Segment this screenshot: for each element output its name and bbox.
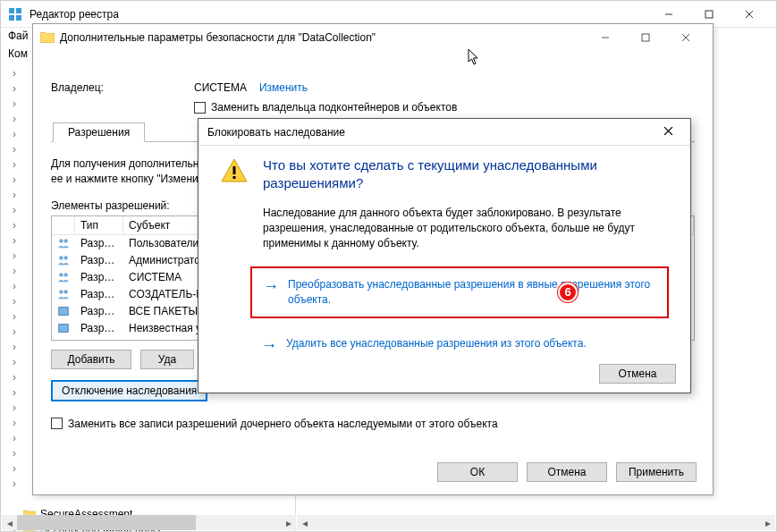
tab-permissions[interactable]: Разрешения xyxy=(53,122,145,142)
arrow-right-icon: → xyxy=(261,336,277,353)
users-icon xyxy=(52,287,75,301)
replace-child-label: Заменить все записи разрешений дочернего… xyxy=(68,418,498,430)
close-button[interactable] xyxy=(665,24,705,51)
svg-rect-5 xyxy=(705,11,713,18)
scroll-right-button[interactable]: ▸ xyxy=(281,515,296,530)
package-icon xyxy=(52,304,75,318)
ok-button[interactable]: ОК xyxy=(437,462,518,482)
owner-value: СИСТЕМА xyxy=(194,81,247,94)
dialog-titlebar: Блокировать наследование xyxy=(198,119,690,146)
change-owner-link[interactable]: Изменить xyxy=(259,81,308,94)
option-label: Преобразовать унаследованные разрешения … xyxy=(288,277,656,308)
close-button[interactable] xyxy=(655,126,681,139)
convert-inherited-option[interactable]: → Преобразовать унаследованные разрешени… xyxy=(250,266,669,319)
svg-rect-21 xyxy=(59,325,69,333)
svg-rect-9 xyxy=(642,34,649,41)
values-scrollbar-h[interactable]: ◂ ▸ xyxy=(297,515,775,530)
registry-title: Редактор реестра xyxy=(30,8,648,21)
disable-inheritance-button[interactable]: Отключение наследования xyxy=(51,380,207,401)
scroll-left-button[interactable]: ◂ xyxy=(297,515,312,530)
tree-scrollbar-h[interactable]: ◂ ▸ xyxy=(2,515,296,530)
replace-owner-checkbox[interactable] xyxy=(194,102,206,114)
regedit-icon xyxy=(8,7,22,21)
svg-rect-24 xyxy=(233,166,236,174)
col-type[interactable]: Тип xyxy=(75,216,123,234)
close-button[interactable] xyxy=(729,1,769,28)
remove-button[interactable]: Уда xyxy=(140,350,194,369)
replace-child-checkbox[interactable] xyxy=(51,418,63,429)
svg-point-17 xyxy=(63,273,67,276)
svg-point-18 xyxy=(59,290,63,293)
svg-point-12 xyxy=(59,239,63,242)
minimize-button[interactable] xyxy=(585,24,625,51)
annotation-callout: 6 xyxy=(558,283,578,302)
svg-rect-3 xyxy=(16,15,21,21)
cancel-button[interactable]: Отмена xyxy=(527,462,607,482)
replace-owner-label: Заменить владельца подконтейнеров и объе… xyxy=(211,101,457,114)
users-icon xyxy=(52,253,75,267)
add-button[interactable]: Добавить xyxy=(51,350,131,369)
maximize-button[interactable] xyxy=(625,24,665,51)
svg-point-15 xyxy=(63,256,67,259)
users-icon xyxy=(52,236,75,250)
scroll-thumb[interactable] xyxy=(17,515,196,530)
svg-point-14 xyxy=(59,256,63,259)
dialog-explanation: Наследование для данного объекта будет з… xyxy=(263,206,669,252)
svg-rect-25 xyxy=(233,176,236,179)
option-label: Удалить все унаследованные разрешения из… xyxy=(286,336,587,351)
folder-icon xyxy=(40,30,55,45)
svg-rect-20 xyxy=(59,308,69,316)
dialog-question: Что вы хотите сделать с текущими унаслед… xyxy=(263,156,669,193)
svg-point-13 xyxy=(63,239,67,242)
adv-title: Дополнительные параметры безопасности дл… xyxy=(60,31,585,44)
scroll-left-button[interactable]: ◂ xyxy=(2,515,17,530)
cancel-button[interactable]: Отмена xyxy=(599,364,676,384)
owner-label: Владелец: xyxy=(51,81,194,94)
svg-rect-2 xyxy=(9,15,14,21)
adv-titlebar: Дополнительные параметры безопасности дл… xyxy=(33,24,713,51)
block-inheritance-dialog: Блокировать наследование Что вы хотите с… xyxy=(198,118,691,393)
svg-point-19 xyxy=(63,290,67,293)
apply-button[interactable]: Применить xyxy=(616,462,697,482)
warning-icon xyxy=(220,156,249,185)
svg-rect-0 xyxy=(9,8,14,13)
dialog-title: Блокировать наследование xyxy=(207,126,655,139)
svg-point-16 xyxy=(59,273,63,276)
svg-rect-1 xyxy=(16,8,21,13)
package-icon xyxy=(52,321,75,335)
scroll-right-button[interactable]: ▸ xyxy=(760,515,775,530)
remove-inherited-option[interactable]: → Удалить все унаследованные разрешения … xyxy=(250,327,669,362)
users-icon xyxy=(52,270,75,284)
arrow-right-icon: → xyxy=(263,277,279,294)
